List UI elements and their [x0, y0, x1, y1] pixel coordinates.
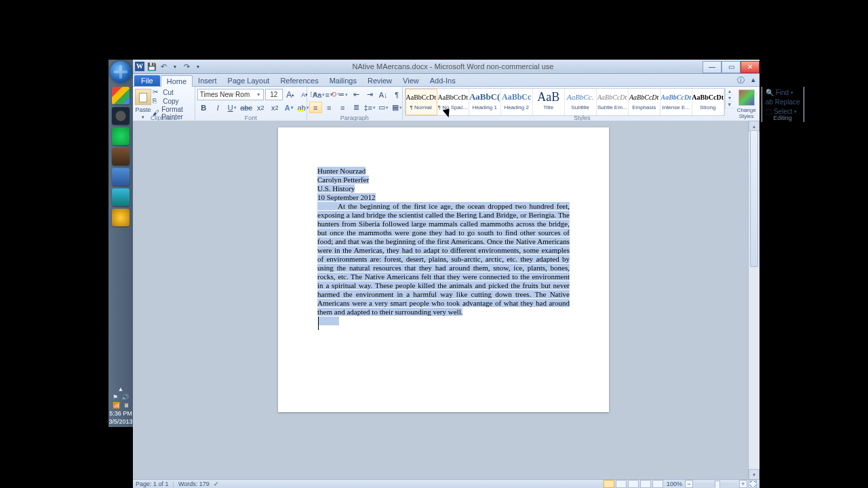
draft-view[interactable] — [652, 480, 663, 488]
tab-view[interactable]: View — [397, 75, 425, 86]
cut-button[interactable]: ✂Cut — [151, 88, 193, 96]
media-icon[interactable] — [112, 209, 130, 226]
header-line[interactable]: Hunter Nourzad — [317, 167, 570, 176]
grow-font-button[interactable]: A▴ — [284, 89, 297, 100]
zoom-level[interactable]: 100% — [667, 481, 682, 487]
page-status[interactable]: Page: 1 of 1 — [136, 481, 169, 487]
bold-button[interactable]: B — [197, 102, 210, 113]
scroll-down-icon[interactable]: ▾ — [749, 469, 760, 480]
font-name-combo[interactable]: Times New Rom▼ — [197, 89, 264, 100]
style-subtle-em---[interactable]: AaBbCcDtSubtle Em... — [597, 89, 629, 115]
style---no-spac---[interactable]: AaBbCcDt¶ No Spac... — [437, 89, 469, 115]
fullscreen-view[interactable] — [616, 480, 627, 488]
replace-button[interactable]: abReplace — [764, 98, 802, 106]
style-title[interactable]: AaBTitle — [533, 89, 565, 115]
zoom-in-button[interactable]: + — [739, 480, 747, 488]
clock-time[interactable]: 5:36 PM — [108, 409, 133, 418]
file-tab[interactable]: File — [134, 75, 160, 86]
style-heading-1[interactable]: AaBbC(Heading 1 — [469, 89, 501, 115]
page[interactable]: Hunter NourzadCarolyn PetterferU.S. Hist… — [278, 127, 609, 412]
tab-home[interactable]: Home — [161, 75, 193, 87]
align-left-button[interactable]: ≡ — [309, 102, 322, 113]
save-icon[interactable]: 💾 — [146, 61, 157, 72]
vertical-scrollbar[interactable]: ▴ ▾ — [748, 121, 760, 480]
style-strong[interactable]: AaBbCcDtStrong — [692, 89, 724, 115]
line-spacing-button[interactable]: ‡≡▾ — [363, 102, 376, 113]
style-subtitle[interactable]: AaBbCc.Subtitle — [565, 89, 597, 115]
clock-date[interactable]: 3/5/2013 — [108, 418, 133, 426]
tab-insert[interactable]: Insert — [193, 75, 222, 86]
header-line[interactable]: U.S. History — [317, 184, 570, 193]
quick-access-toolbar: 💾 ↶ ▼ ↷ ▼ — [133, 60, 203, 73]
web-layout-view[interactable] — [628, 480, 639, 488]
multilevel-button[interactable]: ≔▾ — [336, 89, 349, 100]
help-icon[interactable]: ⓘ — [737, 75, 745, 85]
header-line[interactable]: Carolyn Petterfer — [317, 176, 570, 184]
justify-button[interactable]: ≣ — [350, 102, 363, 113]
redo-icon[interactable]: ↷ — [181, 61, 192, 72]
maximize-button[interactable]: ▭ — [722, 61, 741, 73]
minimize-button[interactable]: — — [703, 61, 722, 73]
text-effects-button[interactable]: A▾ — [283, 102, 296, 113]
style-gallery[interactable]: AaBbCcDt¶ NormalAaBbCcDt¶ No Spac...AaBb… — [405, 88, 725, 116]
numbering-button[interactable]: ≡▾ — [323, 89, 336, 100]
gallery-scrollbar[interactable]: ▴▾▼ — [725, 88, 734, 108]
font-size-combo[interactable]: 12 — [265, 89, 283, 100]
subscript-button[interactable]: x2 — [254, 102, 267, 113]
style-intense-e---[interactable]: AaBbCcDtIntense E... — [660, 89, 692, 115]
ribbon: Paste ▾ ✂Cut ⎘Copy 🖌Format Painter Clipb… — [133, 87, 760, 123]
find-button[interactable]: 🔍Find▾ — [764, 88, 802, 97]
close-button[interactable]: ✕ — [741, 61, 760, 73]
zoom-fit-button[interactable]: ⛶ — [749, 480, 757, 488]
borders-button[interactable]: ▦▾ — [391, 102, 403, 113]
print-layout-view[interactable] — [604, 480, 614, 488]
sort-button[interactable]: A↓ — [377, 89, 390, 100]
window-title: NAtive MAercans.docx - Microsoft Word no… — [203, 62, 703, 70]
header-line[interactable]: 10 September 2012 — [317, 193, 570, 202]
minecraft-icon[interactable] — [112, 148, 130, 165]
zoom-out-button[interactable]: − — [685, 480, 693, 488]
proofing-icon[interactable]: ✓ — [214, 481, 219, 487]
strike-button[interactable]: abc — [240, 102, 253, 113]
tab-review[interactable]: Review — [362, 75, 397, 86]
word-icon[interactable] — [112, 168, 130, 186]
copy-button[interactable]: ⎘Copy — [151, 97, 193, 105]
style-emphasis[interactable]: AaBbCcDtEmphasis — [629, 89, 660, 115]
align-center-button[interactable]: ≡ — [323, 102, 336, 113]
qat-customize-icon[interactable]: ▼ — [193, 61, 203, 72]
undo-menu-icon[interactable]: ▼ — [170, 61, 180, 72]
system-tray[interactable]: ▲ ⚑🔊 📶🖥 5:36 PM 3/5/2013 — [108, 384, 133, 427]
replace-icon: ab — [766, 98, 773, 106]
style---normal[interactable]: AaBbCcDt¶ Normal — [406, 89, 437, 115]
italic-button[interactable]: I — [212, 102, 224, 113]
tab-add-ins[interactable]: Add-Ins — [425, 75, 461, 86]
teamspeak-icon[interactable] — [112, 188, 130, 206]
outline-view[interactable] — [640, 480, 651, 488]
underline-button[interactable]: U▾ — [226, 102, 239, 113]
steam-icon[interactable] — [112, 107, 130, 125]
body-paragraph[interactable]: At the beginning of the first ice age, t… — [317, 202, 570, 316]
word-count[interactable]: Words: 179 — [178, 481, 210, 487]
tab-references[interactable]: References — [275, 75, 323, 86]
superscript-button[interactable]: x2 — [269, 102, 281, 113]
bullets-button[interactable]: ⁝≡▾ — [309, 89, 322, 100]
scroll-thumb[interactable] — [750, 130, 758, 267]
title-bar: 💾 ↶ ▼ ↷ ▼ NAtive MAercans.docx - Microso… — [133, 60, 760, 74]
minimize-ribbon-icon[interactable]: ▴ — [751, 75, 755, 84]
increase-indent-button[interactable]: ⇥ — [363, 89, 376, 100]
decrease-indent-button[interactable]: ⇤ — [350, 89, 363, 100]
tab-mailings[interactable]: Mailings — [324, 75, 362, 86]
start-orb[interactable] — [110, 61, 132, 83]
show-marks-button[interactable]: ¶ — [391, 89, 403, 100]
align-right-button[interactable]: ≡ — [336, 102, 349, 113]
tab-page-layout[interactable]: Page Layout — [222, 75, 275, 86]
spotify-icon[interactable] — [112, 127, 130, 145]
document-area[interactable]: Hunter NourzadCarolyn PetterferU.S. Hist… — [133, 121, 760, 480]
word-app-icon[interactable] — [135, 62, 144, 71]
chrome-icon[interactable] — [112, 87, 130, 104]
style-heading-2[interactable]: AaBbCcHeading 2 — [501, 89, 533, 115]
windows-taskbar: ▲ ⚑🔊 📶🖥 5:36 PM 3/5/2013 — [108, 60, 133, 427]
shading-button[interactable]: ▭▾ — [377, 102, 390, 113]
undo-icon[interactable]: ↶ — [158, 61, 169, 72]
zoom-slider[interactable] — [696, 483, 736, 485]
